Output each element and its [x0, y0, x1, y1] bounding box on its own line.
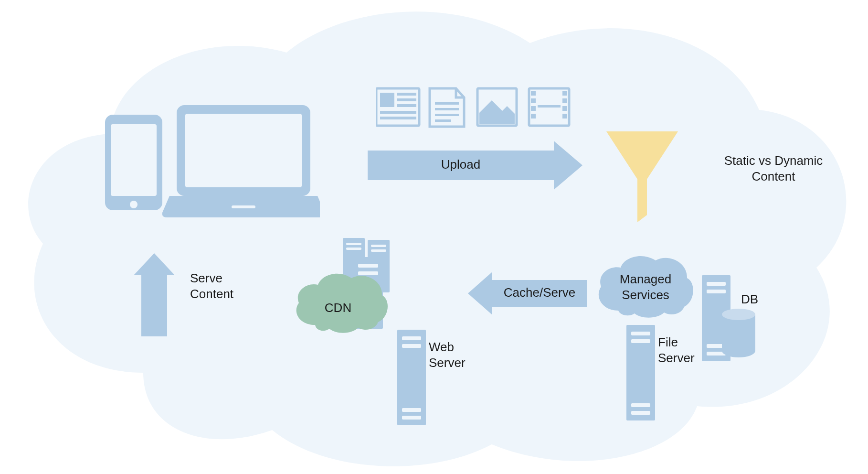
svg-rect-23 [562, 91, 567, 96]
svg-rect-5 [232, 205, 255, 208]
serve-content-line2: Content [190, 287, 233, 301]
svg-rect-1 [111, 124, 157, 196]
svg-rect-21 [531, 106, 536, 111]
svg-rect-10 [397, 104, 416, 107]
file-server-icon [626, 325, 655, 420]
svg-rect-9 [397, 98, 416, 101]
background-cloud [0, 0, 868, 474]
cache-serve-arrow-label: Cache/Serve [492, 285, 587, 300]
svg-rect-11 [380, 111, 416, 114]
serve-content-line1: Serve [190, 271, 222, 285]
web-server-line1: Web [429, 340, 454, 354]
serve-content-label: Serve Content [190, 270, 257, 302]
cdn-label: CDN [319, 300, 357, 316]
svg-rect-19 [531, 91, 536, 96]
svg-rect-12 [380, 117, 416, 119]
svg-rect-13 [435, 102, 459, 105]
web-server-label: Web Server [429, 339, 476, 370]
funnel-label: Static vs Dynamic Content [702, 153, 845, 184]
managed-services-line2: Services [622, 288, 669, 302]
svg-rect-16 [435, 119, 451, 122]
db-cylinder-icon [722, 314, 755, 357]
upload-arrow-label: Upload [368, 157, 554, 172]
svg-rect-14 [435, 108, 459, 110]
db-label: DB [735, 291, 764, 307]
serve-content-arrow [134, 253, 175, 336]
managed-services-line1: Managed [620, 272, 671, 286]
svg-rect-25 [562, 106, 567, 111]
funnel-label-line1: Static vs Dynamic [724, 153, 823, 168]
managed-services-label: Managed Services [614, 271, 677, 302]
content-types-icons [376, 86, 577, 132]
svg-rect-15 [435, 114, 459, 116]
svg-rect-27 [538, 105, 561, 108]
svg-point-2 [130, 201, 138, 208]
svg-rect-4 [185, 114, 302, 187]
svg-rect-26 [562, 114, 567, 118]
svg-rect-24 [562, 98, 567, 103]
funnel-label-line2: Content [752, 169, 795, 183]
file-server-line2: Server [658, 351, 695, 365]
svg-rect-22 [531, 114, 536, 118]
web-server-icon [397, 330, 426, 425]
funnel-icon [602, 131, 683, 226]
file-server-line1: File [658, 335, 678, 349]
file-server-label: File Server [658, 334, 706, 366]
svg-rect-8 [397, 93, 416, 96]
web-server-line2: Server [429, 356, 466, 370]
svg-rect-20 [531, 98, 536, 103]
svg-rect-7 [380, 93, 394, 107]
client-devices-icon [105, 100, 320, 225]
diagram-stage: Upload Static vs Dynamic Content Managed… [0, 0, 868, 474]
cache-serve-arrow: Cache/Serve [468, 272, 587, 314]
upload-arrow: Upload [368, 141, 587, 190]
